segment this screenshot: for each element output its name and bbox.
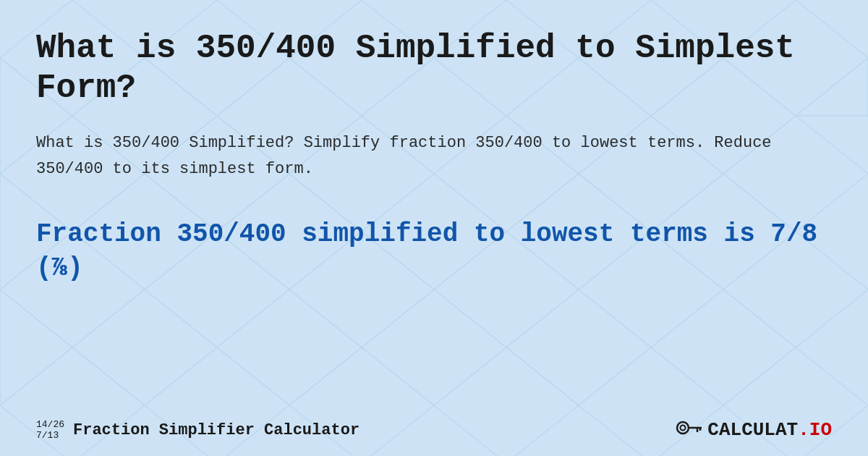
page-title: What is 350/400 Simplified to Simplest F… xyxy=(36,29,832,109)
result-text: Fraction 350/400 simplified to lowest te… xyxy=(36,218,832,286)
description-text: What is 350/400 Simplified? Simplify fra… xyxy=(36,130,832,181)
fraction-bottom: 7/13 xyxy=(36,430,64,442)
fraction-stack: 14/26 7/13 xyxy=(36,419,64,442)
key-icon xyxy=(676,419,702,441)
logo-area: CALCULAT.IO xyxy=(676,419,832,441)
svg-point-44 xyxy=(677,422,689,434)
footer: 14/26 7/13 Fraction Simplifier Calculato… xyxy=(36,419,832,442)
brand-label: Fraction Simplifier Calculator xyxy=(73,421,359,439)
fraction-top: 14/26 xyxy=(36,419,64,431)
footer-left: 14/26 7/13 Fraction Simplifier Calculato… xyxy=(36,419,359,442)
svg-point-45 xyxy=(681,426,686,431)
logo-text: CALCULAT.IO xyxy=(707,419,832,441)
